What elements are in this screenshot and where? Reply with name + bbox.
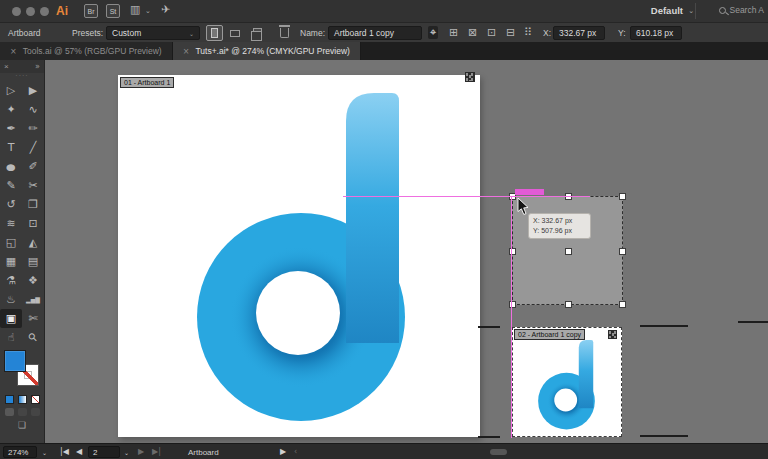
magic-wand-tool[interactable]: ✦ bbox=[0, 100, 22, 119]
share-icon[interactable]: ✈ bbox=[161, 3, 170, 16]
width-tool[interactable]: ≋ bbox=[0, 214, 22, 233]
smart-guide-vertical bbox=[511, 196, 512, 438]
selection-handle-e[interactable] bbox=[619, 248, 626, 255]
fill-swatch[interactable] bbox=[4, 350, 26, 372]
artboard-preset-cross-icon[interactable]: ⊠ bbox=[468, 26, 477, 39]
artboard-1-corner-widget-icon[interactable] bbox=[465, 72, 475, 82]
previous-artboard-icon[interactable]: ◀ bbox=[76, 447, 82, 456]
lasso-tool[interactable]: ∿ bbox=[22, 100, 44, 119]
close-icon[interactable]: × bbox=[183, 47, 190, 56]
artboard-number-field[interactable]: 2 bbox=[88, 446, 120, 458]
panel-close-icon[interactable]: × bbox=[4, 62, 9, 71]
status-flyout-icon[interactable]: ▶ bbox=[280, 447, 286, 456]
scrollbar-thumb[interactable] bbox=[490, 449, 507, 455]
selection-handle-se[interactable] bbox=[619, 301, 626, 308]
line-segment-tool[interactable]: ╱ bbox=[22, 138, 44, 157]
gradient-tool[interactable]: ▤ bbox=[22, 252, 44, 271]
window-close-button[interactable] bbox=[12, 7, 21, 16]
shape-builder-tool[interactable]: ◱ bbox=[0, 233, 22, 252]
move-artwork-with-artboard-icon[interactable]: ⌖ bbox=[428, 26, 438, 39]
y-position-input[interactable]: 610.18 px bbox=[630, 26, 682, 40]
smart-guide-horizontal bbox=[343, 196, 590, 197]
trim-mark bbox=[640, 325, 688, 327]
new-artboard-icon[interactable] bbox=[253, 28, 262, 36]
change-screen-mode-button[interactable]: ❏ bbox=[0, 420, 44, 433]
d-logo-artwork-small[interactable] bbox=[538, 340, 595, 430]
gradient-button[interactable] bbox=[18, 395, 27, 404]
workspace-caret-icon[interactable]: ⌄ bbox=[688, 7, 694, 15]
zoom-caret-icon[interactable]: ⌄ bbox=[42, 449, 47, 456]
type-tool[interactable]: T bbox=[0, 138, 22, 157]
zoom-level-field[interactable]: 274% bbox=[3, 446, 37, 458]
ellipse-tool[interactable]: ● bbox=[0, 157, 25, 176]
window-minimize-button[interactable] bbox=[26, 7, 35, 16]
draw-normal-button[interactable] bbox=[5, 408, 14, 416]
draw-behind-button[interactable] bbox=[18, 408, 27, 416]
perspective-grid-tool[interactable]: ◭ bbox=[22, 233, 44, 252]
presets-dropdown[interactable]: Custom ⌄ bbox=[106, 26, 200, 40]
trim-mark bbox=[738, 321, 768, 323]
arrange-documents-caret-icon[interactable]: ⌄ bbox=[145, 7, 151, 15]
rotate-tool[interactable]: ↺ bbox=[0, 195, 22, 214]
column-graph-tool[interactable]: ▂▅▇ bbox=[22, 290, 44, 309]
tab-tools-ai[interactable]: × Tools.ai @ 57% (RGB/GPU Preview) bbox=[0, 42, 173, 60]
search-field[interactable]: Search A bbox=[719, 5, 765, 15]
curvature-tool[interactable]: ✏ bbox=[22, 119, 44, 138]
artboard-preset-dot-icon[interactable]: ⊡ bbox=[487, 26, 496, 39]
window-zoom-button[interactable] bbox=[40, 7, 49, 16]
free-transform-tool[interactable]: ⊡ bbox=[22, 214, 44, 233]
first-artboard-icon[interactable]: |◀ bbox=[60, 447, 69, 456]
artboard-tool[interactable]: ▣ bbox=[0, 309, 22, 328]
selection-handle-center[interactable] bbox=[565, 248, 572, 255]
tab-tuts-ai[interactable]: × Tuts+.ai* @ 274% (CMYK/GPU Preview) bbox=[173, 42, 361, 60]
tools-panel: × » ···· ▷▶✦∿✒✏T╱●✐✎✂↺❐≋⊡◱◭▦▤⚗❖♨▂▅▇▣✄☝⚲ … bbox=[0, 60, 45, 443]
next-artboard-icon[interactable]: ▶ bbox=[138, 447, 144, 456]
stock-icon[interactable]: St bbox=[106, 4, 120, 18]
tooltip-x-value: X: 332.67 px bbox=[533, 216, 586, 226]
none-button[interactable] bbox=[31, 395, 40, 404]
trim-mark bbox=[640, 435, 688, 437]
artboard-nav-caret-icon[interactable]: ⌄ bbox=[124, 449, 129, 456]
mesh-tool[interactable]: ▦ bbox=[0, 252, 22, 271]
panel-collapse-icon[interactable]: » bbox=[35, 62, 40, 71]
artboard-1-copy-label[interactable]: 02 - Artboard 1 copy bbox=[514, 329, 585, 340]
title-bar: Ai Br St ▥ ⌄ ✈ Default ⌄ Search A bbox=[0, 0, 768, 22]
paintbrush-tool[interactable]: ✐ bbox=[22, 157, 44, 176]
selection-handle-ne[interactable] bbox=[619, 193, 626, 200]
symbol-sprayer-tool[interactable]: ♨ bbox=[0, 290, 22, 309]
artboard-name-input[interactable]: Artboard 1 copy bbox=[328, 26, 422, 40]
trim-mark bbox=[478, 436, 500, 438]
last-artboard-icon[interactable]: ▶| bbox=[152, 447, 161, 456]
workspace-switcher[interactable]: Default bbox=[651, 5, 683, 16]
control-bar: Artboard Presets: Custom ⌄ Name: Artboar… bbox=[0, 22, 768, 42]
pen-tool[interactable]: ✒ bbox=[0, 119, 22, 138]
show-center-mark-icon[interactable]: ⠿ bbox=[524, 26, 532, 39]
portrait-orientation-button[interactable] bbox=[206, 25, 223, 41]
direct-selection-tool[interactable]: ▶ bbox=[22, 81, 44, 100]
arrange-documents-icon[interactable]: ▥ bbox=[130, 3, 140, 16]
status-bar: 274% ⌄ |◀ ◀ 2 ⌄ ▶ ▶| Artboard ▶ ‹ bbox=[0, 443, 768, 459]
scissors-tool[interactable]: ✂ bbox=[22, 176, 44, 195]
close-icon[interactable]: × bbox=[10, 47, 17, 56]
scroll-hint-icon: ‹ bbox=[294, 447, 297, 456]
landscape-orientation-button[interactable] bbox=[226, 25, 243, 41]
panel-grip[interactable]: ···· bbox=[0, 73, 44, 81]
selection-handle-s[interactable] bbox=[565, 301, 572, 308]
artboard-options-icon[interactable]: ⊟ bbox=[506, 26, 515, 39]
delete-artboard-icon[interactable] bbox=[280, 28, 289, 38]
bridge-icon[interactable]: Br bbox=[84, 4, 98, 18]
blend-tool[interactable]: ❖ bbox=[22, 271, 44, 290]
selection-tool[interactable]: ▷ bbox=[0, 81, 22, 100]
color-button[interactable] bbox=[5, 395, 14, 404]
pencil-tool[interactable]: ✎ bbox=[0, 176, 22, 195]
y-label: Y: bbox=[618, 28, 626, 38]
d-logo-artwork[interactable] bbox=[197, 93, 405, 423]
artboard-1-label[interactable]: 01 - Artboard 1 bbox=[120, 77, 174, 88]
x-position-input[interactable]: 332.67 px bbox=[553, 26, 605, 40]
canvas[interactable]: 01 - Artboard 1 X: 332.67 px Y: 507.96 p… bbox=[45, 60, 768, 443]
artboard-preset-center-icon[interactable]: ⊞ bbox=[449, 26, 458, 39]
artboard-1-copy-corner-widget-icon[interactable] bbox=[608, 330, 617, 339]
eyedropper-tool[interactable]: ⚗ bbox=[0, 271, 22, 290]
scale-tool[interactable]: ❐ bbox=[22, 195, 44, 214]
draw-inside-button[interactable] bbox=[31, 408, 40, 416]
